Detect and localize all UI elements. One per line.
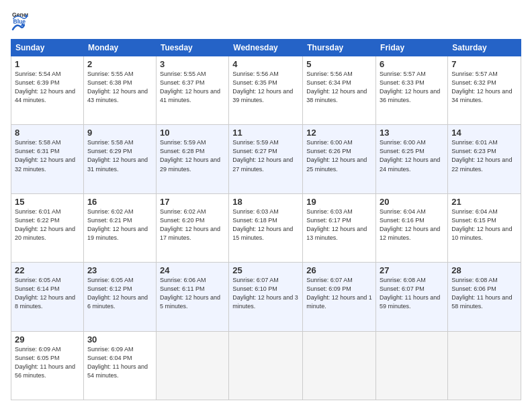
day-info: Sunrise: 6:09 AMSunset: 6:05 PMDaylight:…: [15, 346, 75, 379]
day-number: 28: [451, 265, 517, 275]
page: General Blue: [0, 0, 532, 411]
day-info: Sunrise: 6:07 AMSunset: 6:09 PMDaylight:…: [306, 277, 372, 310]
col-thursday: Thursday: [303, 40, 376, 56]
day-number: 16: [87, 197, 152, 207]
calendar-cell: 10Sunrise: 5:59 AMSunset: 6:28 PMDayligh…: [156, 125, 228, 193]
day-info: Sunrise: 6:01 AMSunset: 6:23 PMDaylight:…: [451, 139, 512, 172]
calendar-cell: [156, 331, 228, 400]
calendar-cell: 29Sunrise: 6:09 AMSunset: 6:05 PMDayligh…: [11, 331, 84, 400]
day-number: 6: [380, 59, 444, 69]
calendar-cell: 13Sunrise: 6:00 AMSunset: 6:25 PMDayligh…: [376, 125, 448, 193]
table-row: 22Sunrise: 6:05 AMSunset: 6:14 PMDayligh…: [11, 263, 521, 331]
calendar-cell: 25Sunrise: 6:07 AMSunset: 6:10 PMDayligh…: [229, 263, 303, 331]
day-info: Sunrise: 6:00 AMSunset: 6:25 PMDaylight:…: [380, 139, 440, 172]
day-number: 25: [232, 265, 299, 275]
day-info: Sunrise: 5:55 AMSunset: 6:38 PMDaylight:…: [87, 71, 148, 103]
day-number: 23: [87, 265, 152, 275]
day-number: 19: [306, 197, 372, 207]
calendar-cell: 20Sunrise: 6:04 AMSunset: 6:16 PMDayligh…: [376, 193, 448, 262]
day-number: 10: [160, 128, 225, 138]
day-number: 21: [451, 197, 517, 207]
table-row: 1Sunrise: 5:54 AMSunset: 6:39 PMDaylight…: [11, 56, 521, 125]
calendar-cell: 26Sunrise: 6:07 AMSunset: 6:09 PMDayligh…: [303, 263, 376, 331]
calendar-cell: 21Sunrise: 6:04 AMSunset: 6:15 PMDayligh…: [448, 193, 521, 262]
day-number: 29: [15, 334, 80, 345]
day-info: Sunrise: 6:04 AMSunset: 6:16 PMDaylight:…: [380, 208, 440, 241]
day-number: 26: [306, 265, 372, 275]
logo-block: General Blue: [11, 11, 28, 32]
day-number: 27: [380, 265, 444, 275]
calendar-cell: 16Sunrise: 6:02 AMSunset: 6:21 PMDayligh…: [83, 193, 156, 262]
col-sunday: Sunday: [11, 40, 84, 56]
day-info: Sunrise: 6:08 AMSunset: 6:06 PMDaylight:…: [451, 277, 512, 310]
day-info: Sunrise: 6:04 AMSunset: 6:15 PMDaylight:…: [451, 208, 512, 241]
calendar-cell: 7Sunrise: 5:57 AMSunset: 6:32 PMDaylight…: [448, 56, 521, 125]
calendar-cell: 27Sunrise: 6:08 AMSunset: 6:07 PMDayligh…: [376, 263, 448, 331]
day-info: Sunrise: 5:56 AMSunset: 6:34 PMDaylight:…: [306, 71, 367, 103]
calendar-cell: 8Sunrise: 5:58 AMSunset: 6:31 PMDaylight…: [11, 125, 84, 193]
calendar-cell: 18Sunrise: 6:03 AMSunset: 6:18 PMDayligh…: [229, 193, 303, 262]
calendar-cell: 12Sunrise: 6:00 AMSunset: 6:26 PMDayligh…: [303, 125, 376, 193]
day-info: Sunrise: 6:02 AMSunset: 6:21 PMDaylight:…: [87, 208, 148, 241]
day-number: 18: [232, 197, 299, 207]
calendar-cell: 24Sunrise: 6:06 AMSunset: 6:11 PMDayligh…: [156, 263, 228, 331]
calendar-cell: 9Sunrise: 5:58 AMSunset: 6:29 PMDaylight…: [83, 125, 156, 193]
col-saturday: Saturday: [448, 40, 521, 56]
calendar-cell: 17Sunrise: 6:02 AMSunset: 6:20 PMDayligh…: [156, 193, 228, 262]
day-number: 1: [15, 59, 80, 69]
calendar-cell: 22Sunrise: 6:05 AMSunset: 6:14 PMDayligh…: [11, 263, 84, 331]
table-row: 8Sunrise: 5:58 AMSunset: 6:31 PMDaylight…: [11, 125, 521, 193]
day-number: 7: [451, 59, 517, 69]
col-tuesday: Tuesday: [156, 40, 228, 56]
day-info: Sunrise: 6:03 AMSunset: 6:18 PMDaylight:…: [232, 208, 293, 241]
day-number: 20: [380, 197, 444, 207]
logo: General Blue: [11, 11, 28, 32]
col-wednesday: Wednesday: [229, 40, 303, 56]
col-friday: Friday: [376, 40, 448, 56]
calendar-table: Sunday Monday Tuesday Wednesday Thursday…: [11, 39, 521, 400]
day-number: 30: [87, 334, 152, 345]
calendar-cell: 1Sunrise: 5:54 AMSunset: 6:39 PMDaylight…: [11, 56, 84, 125]
calendar-cell: 19Sunrise: 6:03 AMSunset: 6:17 PMDayligh…: [303, 193, 376, 262]
calendar-cell: 4Sunrise: 5:56 AMSunset: 6:35 PMDaylight…: [229, 56, 303, 125]
calendar-cell: [448, 331, 521, 400]
day-info: Sunrise: 6:05 AMSunset: 6:14 PMDaylight:…: [15, 277, 75, 310]
calendar-cell: 23Sunrise: 6:05 AMSunset: 6:12 PMDayligh…: [83, 263, 156, 331]
day-info: Sunrise: 6:03 AMSunset: 6:17 PMDaylight:…: [306, 208, 367, 241]
day-info: Sunrise: 5:58 AMSunset: 6:29 PMDaylight:…: [87, 139, 148, 172]
day-number: 8: [15, 128, 80, 138]
calendar-cell: 3Sunrise: 5:55 AMSunset: 6:37 PMDaylight…: [156, 56, 228, 125]
calendar-cell: 14Sunrise: 6:01 AMSunset: 6:23 PMDayligh…: [448, 125, 521, 193]
day-number: 14: [451, 128, 517, 138]
calendar-cell: 11Sunrise: 5:59 AMSunset: 6:27 PMDayligh…: [229, 125, 303, 193]
calendar-cell: 30Sunrise: 6:09 AMSunset: 6:04 PMDayligh…: [83, 331, 156, 400]
calendar-cell: 5Sunrise: 5:56 AMSunset: 6:34 PMDaylight…: [303, 56, 376, 125]
day-number: 12: [306, 128, 372, 138]
logo-arrow-icon: [11, 21, 25, 32]
day-info: Sunrise: 6:07 AMSunset: 6:10 PMDaylight:…: [232, 277, 298, 310]
day-info: Sunrise: 6:01 AMSunset: 6:22 PMDaylight:…: [15, 208, 75, 241]
day-number: 15: [15, 197, 80, 207]
day-info: Sunrise: 5:54 AMSunset: 6:39 PMDaylight:…: [15, 71, 75, 103]
day-info: Sunrise: 5:55 AMSunset: 6:37 PMDaylight:…: [160, 71, 220, 103]
calendar-cell: 28Sunrise: 6:08 AMSunset: 6:06 PMDayligh…: [448, 263, 521, 331]
day-info: Sunrise: 5:57 AMSunset: 6:32 PMDaylight:…: [451, 71, 512, 103]
day-number: 17: [160, 197, 225, 207]
day-info: Sunrise: 5:59 AMSunset: 6:28 PMDaylight:…: [160, 139, 220, 172]
header-row: Sunday Monday Tuesday Wednesday Thursday…: [11, 40, 521, 56]
day-info: Sunrise: 6:05 AMSunset: 6:12 PMDaylight:…: [87, 277, 148, 310]
day-info: Sunrise: 5:56 AMSunset: 6:35 PMDaylight:…: [232, 71, 293, 103]
day-number: 4: [232, 59, 299, 69]
col-monday: Monday: [83, 40, 156, 56]
day-info: Sunrise: 5:58 AMSunset: 6:31 PMDaylight:…: [15, 139, 75, 172]
header: General Blue: [11, 11, 521, 32]
calendar-cell: [229, 331, 303, 400]
calendar-cell: 2Sunrise: 5:55 AMSunset: 6:38 PMDaylight…: [83, 56, 156, 125]
calendar-cell: [303, 331, 376, 400]
calendar-cell: 6Sunrise: 5:57 AMSunset: 6:33 PMDaylight…: [376, 56, 448, 125]
day-number: 5: [306, 59, 372, 69]
calendar-cell: 15Sunrise: 6:01 AMSunset: 6:22 PMDayligh…: [11, 193, 84, 262]
day-number: 11: [232, 128, 299, 138]
day-info: Sunrise: 6:02 AMSunset: 6:20 PMDaylight:…: [160, 208, 220, 241]
day-number: 9: [87, 128, 152, 138]
